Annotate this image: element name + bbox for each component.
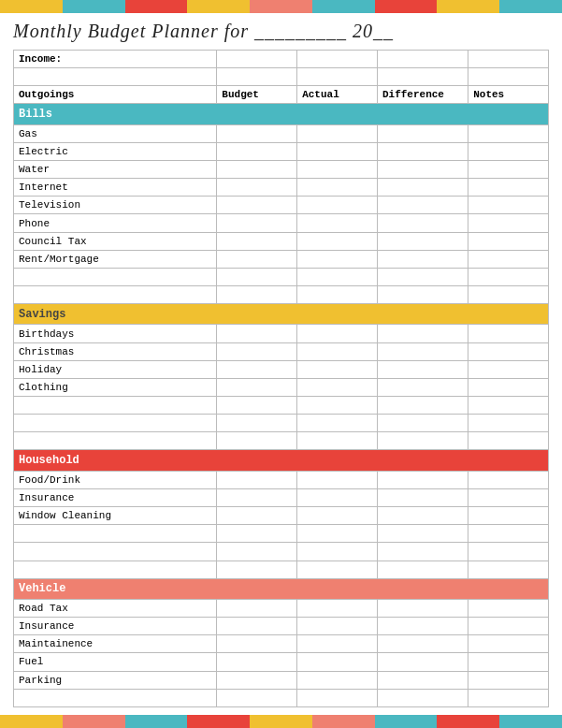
row-cell-0-5-3 — [377, 214, 468, 232]
row-cell-2-0-3 — [377, 471, 468, 488]
row-cell-1-3-3 — [377, 378, 468, 396]
table-row — [14, 561, 549, 578]
row-cell-0-0-2 — [297, 124, 378, 142]
row-cell-2-5-1 — [217, 561, 297, 578]
row-cell-2-4-1 — [217, 543, 297, 561]
row-cell-3-1-4 — [468, 618, 549, 635]
row-cell-3-3-2 — [297, 653, 378, 671]
row-cell-3-1-3 — [377, 618, 468, 635]
top-bar — [0, 0, 562, 13]
row-cell-3-4-1 — [217, 671, 297, 689]
row-cell-0-0-4 — [468, 124, 549, 142]
section-header-household: Household — [14, 450, 549, 471]
row-cell-0-5-2 — [297, 214, 378, 232]
section-label-vehicle: Vehicle — [14, 578, 549, 599]
row-cell-1-4-2 — [297, 397, 378, 415]
row-cell-1-0-2 — [297, 325, 378, 342]
row-cell-0-4-4 — [468, 197, 549, 214]
top-bar-segment-7 — [437, 0, 499, 13]
bottom-bar-segment-8 — [499, 715, 562, 728]
bottom-bar-segment-5 — [312, 715, 375, 728]
table-row: Water — [14, 161, 549, 179]
col-header-outgoings: Outgoings — [14, 86, 217, 104]
row-label-3-0: Road Tax — [14, 599, 217, 617]
row-cell-0-6-4 — [468, 232, 549, 250]
row-cell-1-4-1 — [217, 397, 297, 415]
row-cell-3-2-3 — [377, 635, 468, 653]
row-cell-1-1-4 — [468, 342, 549, 360]
page: Monthly Budget Planner for _________ 20_… — [0, 0, 562, 728]
row-cell-1-1-3 — [377, 342, 468, 360]
row-cell-1-0-1 — [217, 325, 297, 342]
row-cell-0-1-2 — [297, 142, 378, 160]
row-label-2-2: Window Cleaning — [14, 507, 217, 525]
row-cell-0-5-4 — [468, 214, 549, 232]
row-cell-2-0-4 — [468, 471, 549, 488]
row-cell-1-6-3 — [377, 432, 468, 450]
col-header-actual: Actual — [297, 86, 378, 104]
row-label-0-3: Internet — [14, 179, 217, 197]
section-header-savings: Savings — [14, 304, 549, 325]
table-row: Television — [14, 197, 549, 214]
row-cell-2-4-3 — [377, 543, 468, 561]
row-cell-2-0-1 — [217, 471, 297, 488]
row-cell-0-6-3 — [377, 232, 468, 250]
row-cell-0-3-3 — [377, 179, 468, 197]
row-cell-0-9-1 — [217, 286, 297, 304]
row-cell-0-8-4 — [468, 268, 549, 285]
bottom-bar — [0, 715, 562, 728]
table-row: Insurance — [14, 618, 549, 635]
section-header-vehicle: Vehicle — [14, 578, 549, 599]
row-cell-2-1-2 — [297, 488, 378, 506]
row-cell-0-2-3 — [377, 161, 468, 179]
bottom-bar-segment-0 — [0, 715, 63, 728]
row-cell-2-0-2 — [297, 471, 378, 488]
row-cell-0-4-1 — [217, 197, 297, 214]
row-cell-1-6-2 — [297, 432, 378, 450]
row-cell-0-8-2 — [297, 268, 378, 285]
content: Monthly Budget Planner for _________ 20_… — [0, 13, 562, 715]
table-row: Food/Drink — [14, 471, 549, 488]
table-row — [14, 525, 549, 543]
row-cell-0-1-4 — [468, 142, 549, 160]
income-cell-3 — [377, 51, 468, 68]
row-cell-3-0-3 — [377, 599, 468, 617]
col-header-notes: Notes — [468, 86, 549, 104]
row-cell-0-4-2 — [297, 197, 378, 214]
row-cell-2-4-4 — [468, 543, 549, 561]
section-header-bills: Bills — [14, 104, 549, 124]
table-row: Gas — [14, 124, 549, 142]
row-label-3-5 — [14, 689, 217, 706]
row-cell-0-7-1 — [217, 250, 297, 268]
row-cell-2-1-1 — [217, 488, 297, 506]
table-row: Insurance — [14, 488, 549, 506]
row-label-0-5: Phone — [14, 214, 217, 232]
row-cell-3-3-4 — [468, 653, 549, 671]
row-cell-3-4-4 — [468, 671, 549, 689]
row-cell-0-7-3 — [377, 250, 468, 268]
row-cell-0-2-1 — [217, 161, 297, 179]
table-row: Fuel — [14, 653, 549, 671]
row-cell-3-0-4 — [468, 599, 549, 617]
row-cell-0-3-1 — [217, 179, 297, 197]
row-cell-1-2-2 — [297, 360, 378, 378]
row-cell-1-6-4 — [468, 432, 549, 450]
table-row: Road Tax — [14, 599, 549, 617]
top-bar-segment-0 — [0, 0, 63, 13]
table-row: Parking — [14, 671, 549, 689]
col-header-budget: Budget — [217, 86, 297, 104]
top-bar-segment-3 — [187, 0, 250, 13]
table-row — [14, 415, 549, 432]
row-cell-0-3-2 — [297, 179, 378, 197]
top-bar-segment-2 — [125, 0, 188, 13]
row-label-1-0: Birthdays — [14, 325, 217, 342]
row-label-1-4 — [14, 397, 217, 415]
row-cell-2-3-4 — [468, 525, 549, 543]
income-cell-1 — [217, 51, 297, 68]
table-row: Council Tax — [14, 232, 549, 250]
row-cell-1-2-1 — [217, 360, 297, 378]
row-label-2-1: Insurance — [14, 488, 217, 506]
row-label-2-3 — [14, 525, 217, 543]
row-cell-0-2-2 — [297, 161, 378, 179]
col-header-difference: Difference — [377, 86, 468, 104]
